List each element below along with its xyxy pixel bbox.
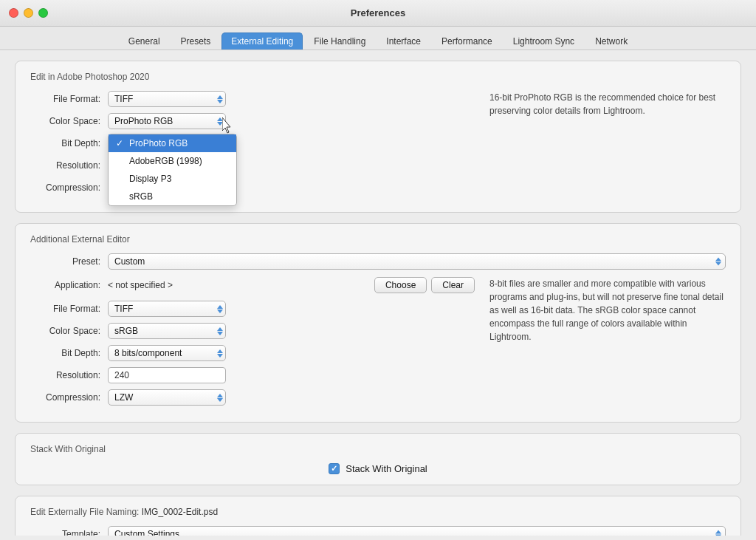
tab-general[interactable]: General [119, 33, 170, 49]
ae-compression-label: Compression: [30, 392, 108, 403]
ae-file-format-row: File Format: TIFF [30, 301, 475, 317]
color-space-label: Color Space: [30, 116, 108, 126]
photoshop-form-left: File Format: TIFF Color Space: [30, 91, 475, 202]
ae-color-space-select-wrapper: sRGB [108, 323, 226, 339]
stack-checkbox-label: Stack With Original [346, 463, 427, 474]
ae-resolution-row: Resolution: [30, 367, 475, 383]
ae-color-space-label: Color Space: [30, 326, 108, 336]
compression-row: Compression: None [30, 180, 475, 196]
additional-editor-title: Additional External Editor [30, 234, 726, 245]
maximize-button[interactable] [38, 8, 48, 18]
ae-bit-depth-label: Bit Depth: [30, 348, 108, 358]
file-format-select-wrapper: TIFF [108, 91, 226, 107]
main-content: Edit in Adobe Photoshop 2020 File Format… [0, 50, 756, 536]
tab-file-handling[interactable]: File Handling [304, 33, 375, 49]
clear-button[interactable]: Clear [431, 277, 475, 293]
compression-label: Compression: [30, 182, 108, 193]
tab-interface[interactable]: Interface [377, 33, 430, 49]
additional-editor-info-right: 8-bit files are smaller and more compati… [475, 277, 726, 344]
preset-select-wrapper: Custom [108, 253, 726, 270]
tabbar: General Presets External Editing File Ha… [0, 27, 756, 50]
template-label: Template: [30, 529, 108, 536]
file-format-row: File Format: TIFF [30, 91, 475, 107]
dropdown-display-p3[interactable]: Display P3 [109, 170, 236, 188]
dropdown-srgb[interactable]: sRGB [109, 188, 236, 205]
file-format-select[interactable]: TIFF [108, 91, 226, 107]
titlebar: Preferences [0, 0, 756, 27]
ae-compression-select-wrapper: LZW [108, 389, 226, 406]
photoshop-info-right: 16-bit ProPhoto RGB is the recommended c… [475, 91, 726, 117]
stack-section-title: Stack With Original [30, 444, 726, 454]
template-select-wrapper: Custom Settings [108, 526, 726, 536]
traffic-lights [9, 8, 48, 18]
window-title: Preferences [351, 7, 405, 18]
preset-row: Preset: Custom [30, 253, 726, 270]
stack-section: Stack With Original Stack With Original [15, 433, 741, 485]
ae-color-space-row: Color Space: sRGB [30, 323, 475, 339]
application-row: Application: < not specified > Choose Cl… [30, 277, 475, 293]
ae-compression-select[interactable]: LZW [108, 389, 226, 406]
photoshop-section: Edit in Adobe Photoshop 2020 File Format… [15, 61, 741, 213]
tab-presets[interactable]: Presets [171, 33, 221, 49]
additional-editor-fields-row: Application: < not specified > Choose Cl… [30, 277, 726, 411]
ae-resolution-label: Resolution: [30, 370, 108, 380]
dropdown-adobergb[interactable]: AdobeRGB (1998) [109, 152, 236, 170]
additional-editor-form-left: Application: < not specified > Choose Cl… [30, 277, 475, 411]
choose-button[interactable]: Choose [374, 277, 427, 293]
additional-editor-info-text: 8-bit files are smaller and more compati… [489, 277, 726, 344]
file-format-label: File Format: [30, 94, 108, 104]
tab-lightroom-sync[interactable]: Lightroom Sync [504, 33, 584, 49]
file-naming-section: Edit Externally File Naming: IMG_0002-Ed… [15, 496, 741, 536]
bit-depth-row: Bit Depth: 16 bits/component [30, 135, 475, 151]
bit-depth-label: Bit Depth: [30, 138, 108, 148]
resolution-label: Resolution: [30, 160, 108, 171]
tab-external-editing[interactable]: External Editing [221, 33, 303, 49]
ae-bit-depth-row: Bit Depth: 8 bits/component [30, 345, 475, 361]
tab-performance[interactable]: Performance [432, 33, 502, 49]
ae-color-space-select[interactable]: sRGB [108, 323, 226, 339]
tab-network[interactable]: Network [585, 33, 637, 49]
ae-file-format-select[interactable]: TIFF [108, 301, 226, 317]
photoshop-section-title: Edit in Adobe Photoshop 2020 [30, 72, 726, 82]
application-value: < not specified > [108, 280, 173, 290]
color-space-select[interactable]: ProPhoto RGB [108, 113, 226, 129]
ae-file-format-label: File Format: [30, 304, 108, 314]
preset-select[interactable]: Custom [108, 253, 726, 270]
ae-bit-depth-select-wrapper: 8 bits/component [108, 345, 226, 361]
color-space-row: Color Space: ProPhoto RGB ProPhoto RGB [30, 113, 475, 129]
ae-resolution-input[interactable] [108, 367, 226, 383]
color-space-dropdown: ProPhoto RGB AdobeRGB (1998) Display P3 … [108, 134, 237, 206]
file-naming-title: Edit Externally File Naming: IMG_0002-Ed… [30, 507, 726, 517]
photoshop-info-text: 16-bit ProPhoto RGB is the recommended c… [489, 91, 726, 117]
template-row: Template: Custom Settings [30, 526, 726, 536]
minimize-button[interactable] [24, 8, 33, 18]
color-space-select-wrapper: ProPhoto RGB ProPhoto RGB AdobeRGB (1998… [108, 113, 226, 129]
close-button[interactable] [9, 8, 18, 18]
stack-checkbox-row[interactable]: Stack With Original [30, 463, 726, 474]
ae-file-format-select-wrapper: TIFF [108, 301, 226, 317]
template-select[interactable]: Custom Settings [108, 526, 726, 536]
preset-label: Preset: [30, 256, 108, 267]
application-label: Application: [30, 280, 108, 290]
additional-editor-section: Additional External Editor Preset: Custo… [15, 223, 741, 423]
ae-compression-row: Compression: LZW [30, 389, 475, 406]
dropdown-prophoto-rgb[interactable]: ProPhoto RGB [109, 134, 236, 152]
ae-bit-depth-select[interactable]: 8 bits/component [108, 345, 226, 361]
resolution-row: Resolution: 240 [30, 157, 475, 174]
stack-checkbox[interactable] [329, 463, 340, 474]
photoshop-fields-row: File Format: TIFF Color Space: [30, 91, 726, 202]
